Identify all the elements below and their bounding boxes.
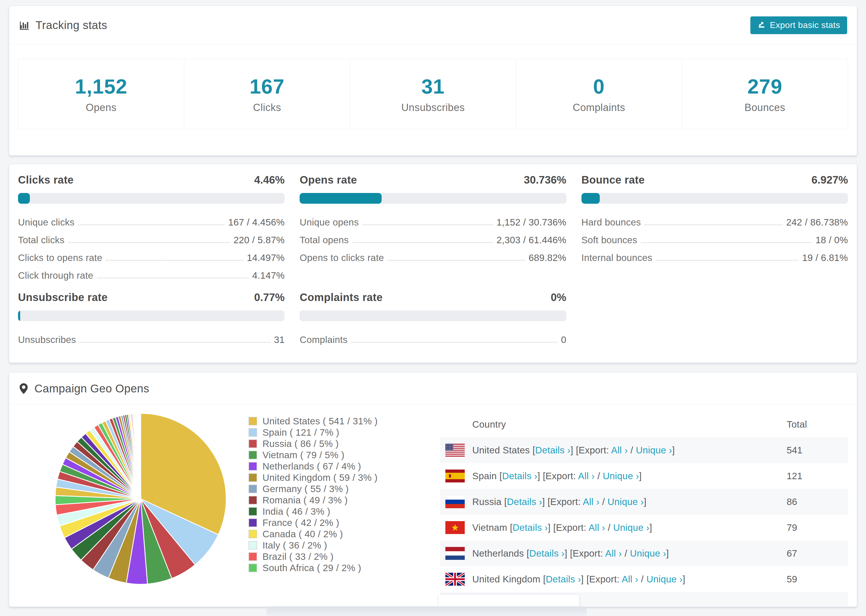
export-basic-stats-button[interactable]: Export basic stats [750, 16, 847, 34]
legend-label: Canada ( 40 / 2% ) [263, 529, 343, 539]
legend-label: Brazil ( 33 / 2% ) [263, 551, 334, 562]
rate-detail-label: Total opens [299, 235, 348, 245]
legend-swatch [249, 439, 257, 448]
legend-item[interactable]: United Kingdom ( 59 / 3% ) [249, 472, 378, 483]
bar-chart-icon [19, 20, 30, 31]
details-link[interactable]: Details › [529, 548, 565, 558]
opens-rate-block: Opens rate 30.736% Unique opens 1,152 / … [299, 174, 566, 284]
geo-table-row: United States [Details ›] [Export: All ›… [440, 437, 848, 463]
legend-swatch [249, 473, 257, 482]
details-link[interactable]: Details › [513, 522, 548, 533]
rate-detail-value: 242 / 86.738% [786, 217, 848, 228]
details-link[interactable]: Details › [546, 574, 581, 584]
legend-item[interactable]: Spain ( 121 / 7% ) [249, 427, 378, 438]
export-all-link[interactable]: All › [583, 497, 600, 507]
rate-detail-label: Unique opens [299, 217, 359, 228]
legend-label: Netherlands ( 67 / 4% ) [263, 461, 361, 472]
export-all-link[interactable]: All › [611, 445, 628, 455]
export-unique-link[interactable]: Unique › [608, 497, 644, 507]
legend-item[interactable]: Netherlands ( 67 / 4% ) [249, 460, 378, 472]
rate-detail-label: Unsubscribes [18, 334, 76, 345]
opens-rate-value: 30.736% [524, 174, 567, 186]
export-unique-link[interactable]: Unique › [646, 574, 683, 584]
opens-rate-title: Opens rate [299, 174, 357, 186]
rate-detail-label: Soft bounces [581, 235, 638, 245]
legend-item[interactable]: Vietnam ( 79 / 5% ) [249, 449, 378, 460]
complaints-rate-bar [299, 310, 566, 321]
pie-slice[interactable] [140, 413, 141, 499]
stat-complaints: 0 Complaints [516, 59, 682, 129]
details-link[interactable]: Details › [535, 445, 570, 455]
stat-unsubscribes-value: 31 [422, 75, 445, 98]
geo-row-country: Vietnam [Details ›] [Export: All › / Uni… [472, 522, 787, 533]
unsubscribe-rate-block: Unsubscribe rate 0.77% Unsubscribes 31 [18, 291, 285, 349]
rate-detail-label: Clicks to opens rate [18, 252, 102, 263]
rate-detail-value: 4.147% [252, 270, 285, 281]
rate-detail-row: Hard bounces 242 / 86.738% [581, 214, 848, 231]
rate-detail-label: Click through rate [18, 270, 93, 281]
clicks-rate-title: Clicks rate [18, 174, 74, 186]
export-unique-link[interactable]: Unique › [603, 471, 639, 481]
rate-detail-label: Complaints [299, 334, 348, 345]
export-all-link[interactable]: All › [622, 574, 638, 584]
rate-detail-row: Internal bounces 19 / 6.81% [581, 249, 848, 267]
clicks-rate-block: Clicks rate 4.46% Unique clicks 167 / 4.… [18, 174, 285, 284]
rate-detail-row: Unsubscribes 31 [18, 331, 285, 349]
stat-clicks: 167 Clicks [184, 59, 350, 129]
stat-bounces-label: Bounces [745, 102, 785, 113]
legend-item[interactable]: Germany ( 55 / 3% ) [249, 483, 378, 495]
export-all-link[interactable]: All › [589, 522, 605, 533]
legend-swatch [249, 496, 257, 504]
geo-row-country: Netherlands [Details ›] [Export: All › /… [472, 548, 787, 559]
export-unique-link[interactable]: Unique › [630, 548, 666, 558]
dotted-leader [656, 260, 798, 261]
legend-item[interactable]: Romania ( 49 / 3% ) [249, 495, 378, 506]
bounce-rate-title: Bounce rate [581, 174, 645, 186]
dotted-leader [78, 225, 224, 225]
geo-row-total: 79 [787, 522, 848, 533]
legend-label: Vietnam ( 79 / 5% ) [263, 449, 345, 460]
legend-label: United States ( 541 / 31% ) [263, 416, 378, 426]
opens-rate-bar [299, 193, 566, 204]
details-link[interactable]: Details › [507, 497, 542, 507]
clicks-rate-value: 4.46% [254, 174, 285, 186]
legend-item[interactable]: Italy ( 36 / 2% ) [249, 540, 378, 551]
campaign-stats-page: { "tracking": { "title": "Tracking stats… [0, 0, 866, 616]
export-unique-link[interactable]: Unique › [636, 445, 672, 455]
legend-item[interactable]: Canada ( 40 / 2% ) [249, 528, 378, 540]
dotted-leader [388, 260, 525, 261]
rate-detail-value: 14.497% [247, 252, 285, 263]
unsubscribe-rate-bar-fill [18, 310, 20, 321]
geo-row-country: Spain [Details ›] [Export: All › / Uniqu… [472, 471, 787, 481]
rate-detail-row: Clicks to opens rate 14.497% [18, 249, 285, 267]
dotted-leader [351, 342, 557, 343]
unsubscribe-rate-title: Unsubscribe rate [18, 291, 107, 303]
rate-detail-value: 0 [561, 334, 567, 345]
geo-opens-pie-chart [54, 412, 227, 586]
legend-item[interactable]: India ( 46 / 3% ) [249, 506, 378, 517]
tracking-stats-card: Tracking stats Export basic stats 1,152 … [9, 6, 857, 156]
legend-item[interactable]: Brazil ( 33 / 2% ) [249, 551, 378, 562]
export-all-link[interactable]: All › [578, 471, 595, 481]
legend-label: Spain ( 121 / 7% ) [263, 427, 339, 438]
stat-opens-label: Opens [86, 102, 117, 113]
export-all-link[interactable]: All › [605, 548, 622, 558]
export-unique-link[interactable]: Unique › [613, 522, 650, 533]
opens-rate-bar-fill [299, 193, 382, 204]
legend-item[interactable]: South Africa ( 29 / 2% ) [249, 562, 378, 574]
legend-item[interactable]: United States ( 541 / 31% ) [249, 415, 378, 427]
geo-table-header-country: Country [472, 419, 506, 430]
legend-item[interactable]: France ( 42 / 2% ) [249, 517, 378, 528]
complaints-rate-title: Complaints rate [299, 291, 383, 303]
bounce-rate-bar [581, 193, 848, 204]
dotted-leader [80, 342, 270, 343]
rate-detail-value: 220 / 5.87% [233, 235, 285, 245]
legend-swatch [249, 417, 257, 426]
geo-table-row: Spain [Details ›] [Export: All › / Uniqu… [440, 463, 848, 489]
stat-clicks-value: 167 [250, 75, 285, 98]
geo-table-header: Country Total [440, 412, 848, 437]
rate-detail-label: Unique clicks [18, 217, 74, 228]
details-link[interactable]: Details › [502, 471, 537, 481]
legend-item[interactable]: Russia ( 86 / 5% ) [249, 438, 378, 449]
rate-detail-value: 18 / 0% [816, 235, 848, 245]
